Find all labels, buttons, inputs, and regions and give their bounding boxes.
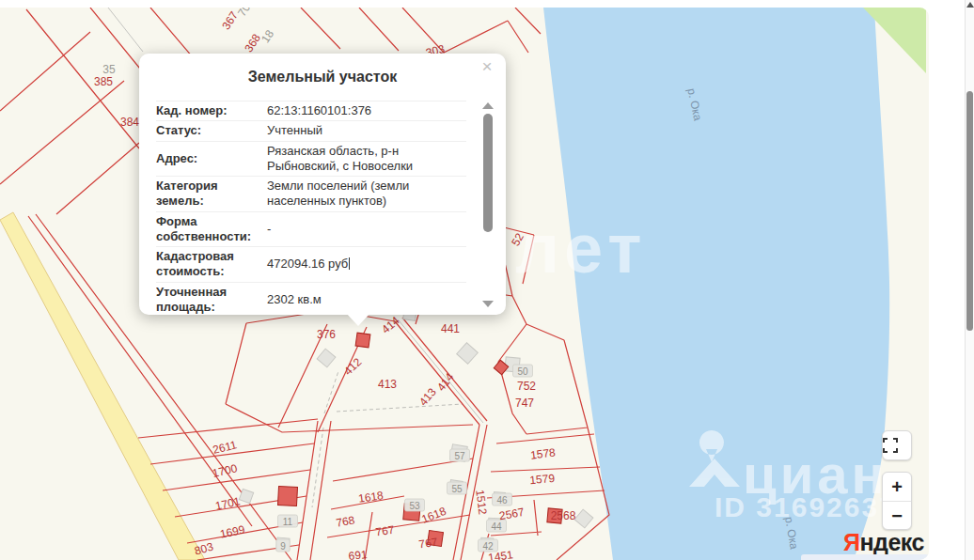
parcel-label: 384 (120, 116, 139, 129)
popup-row: Форма собственности:- (156, 212, 466, 248)
parcel-label: 2568 (551, 509, 576, 522)
scroll-up-icon[interactable] (482, 102, 494, 109)
popup-row-label: Кадастровая стоимость: (156, 249, 267, 280)
popup-row: Адрес:Рязанская область, р-н Рыбновский,… (156, 142, 466, 178)
popup-row-value: Рязанская область, р-н Рыбновский, с Нов… (267, 144, 466, 175)
popup-title: Земельный участок (139, 69, 506, 86)
building-tag: 50 (517, 366, 528, 377)
yandex-logo-ya: Я (843, 529, 859, 555)
page-scroll-up-icon[interactable] (966, 2, 974, 8)
zoom-out-button[interactable]: − (883, 502, 911, 531)
popup-row-value: 2302 кв.м (267, 292, 466, 307)
yandex-logo[interactable]: Яндекс (843, 529, 924, 556)
parcel-label: 376 (317, 328, 336, 341)
popup-rows: Кад. номер:62:13:1160101:376Статус:Учтен… (156, 101, 466, 315)
popup-row-value: 472094.16 руб (267, 257, 466, 272)
parcel-label: 767 (418, 536, 439, 552)
popup-row-label: Категория земель: (156, 179, 267, 210)
text-caret (349, 257, 350, 270)
popup-row-label: Статус: (156, 123, 267, 138)
page-scroll-thumb[interactable] (966, 91, 973, 331)
popup-row-value: - (267, 222, 466, 237)
popup-row-label: Кад. номер: (156, 103, 267, 118)
watermark-fragment: лет (515, 210, 647, 288)
building-tag: 9 (280, 541, 286, 552)
building-tag: 55 (451, 484, 463, 494)
popup-row-value: 62:13:1160101:376 (267, 103, 466, 118)
parcel-label: 767 (375, 523, 396, 539)
popup-scroll-thumb[interactable] (483, 114, 493, 232)
parcel-info-popup: Земельный участок × Кад. номер:62:13:116… (139, 54, 506, 315)
building-tag: 46 (496, 495, 508, 506)
popup-row: Статус:Учтенный (156, 121, 466, 141)
popup-row-value: Учтенный (267, 123, 466, 138)
fullscreen-button[interactable] (882, 430, 912, 460)
zoom-controls: + − (882, 472, 912, 530)
parcel-label: 35 (102, 63, 116, 76)
parcel-label: 691 (348, 548, 369, 560)
red-building (277, 486, 297, 506)
popup-tail (346, 313, 370, 326)
copyright-chip (801, 554, 929, 560)
parcel-label: 413 (378, 378, 397, 391)
parcel-label: 441 (441, 322, 460, 335)
building-tag: 42 (482, 541, 494, 552)
popup-row: Уточненная площадь:2302 кв.м (156, 283, 466, 316)
parcel-label: 752 (517, 380, 536, 393)
popup-row-label: Уточненная площадь: (156, 285, 267, 316)
building-tag: 53 (409, 501, 420, 511)
zoom-in-button[interactable]: + (883, 473, 911, 502)
popup-row-label: Адрес: (156, 151, 267, 166)
building-tag: 11 (283, 517, 293, 527)
parcel-label: 747 (515, 397, 534, 410)
popup-row: Категория земель:Земли поселений (земли … (156, 177, 466, 212)
popup-row: Кад. номер:62:13:1160101:376 (156, 101, 466, 121)
parcel-label: 385 (94, 75, 113, 88)
yandex-logo-rest: ндекс (859, 529, 923, 555)
building-tag: 57 (454, 451, 465, 461)
popup-row-value: Земли поселений (земли населенных пункто… (267, 179, 466, 210)
scroll-down-icon[interactable] (482, 301, 494, 307)
popup-scrollbar (481, 99, 495, 307)
popup-row: Кадастровая стоимость:472094.16 руб (156, 247, 466, 283)
red-building (355, 333, 370, 348)
popup-row-label: Форма собственности: (156, 214, 267, 245)
fullscreen-icon (883, 438, 898, 453)
page-scrollbar (965, 0, 974, 560)
close-icon[interactable]: × (478, 57, 496, 76)
parcel-label: 1579 (529, 472, 556, 487)
